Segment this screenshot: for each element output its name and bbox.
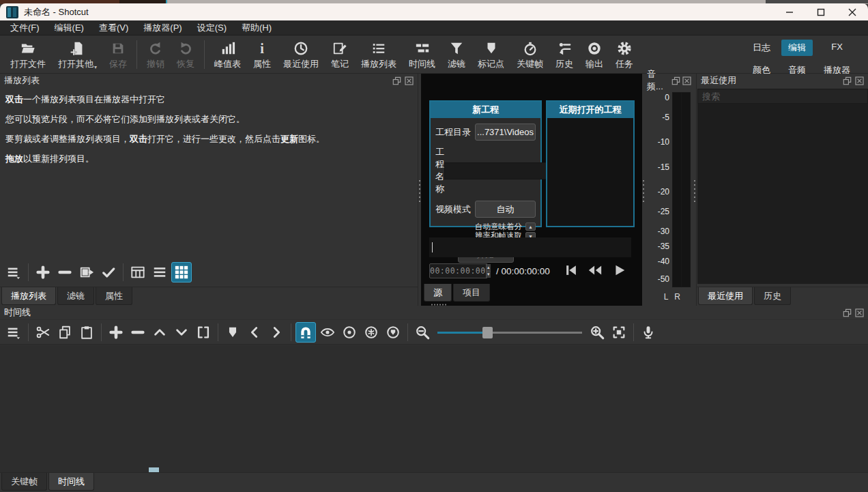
mic-button[interactable] bbox=[638, 322, 659, 343]
toolbar-file-plus-button[interactable]: 打开其他▾ bbox=[52, 38, 103, 72]
scroll-up-icon[interactable]: ▲ bbox=[525, 222, 536, 231]
float-icon[interactable] bbox=[843, 308, 852, 317]
close-icon[interactable] bbox=[855, 76, 864, 85]
layout-FX-button[interactable]: FX bbox=[817, 40, 857, 56]
timeline-zoom-slider[interactable] bbox=[437, 323, 582, 342]
playlist-tab[interactable]: 滤镜 bbox=[57, 287, 94, 305]
chevron-up-button[interactable] bbox=[149, 322, 170, 343]
recent-list[interactable] bbox=[697, 104, 868, 284]
menu-item[interactable]: 帮助(H) bbox=[234, 20, 279, 35]
play-button[interactable] bbox=[608, 261, 630, 279]
split-button[interactable] bbox=[193, 322, 214, 343]
timeline-track-area[interactable] bbox=[0, 345, 868, 472]
check-button[interactable] bbox=[98, 262, 119, 283]
close-icon[interactable] bbox=[855, 308, 864, 317]
menu-item[interactable]: 编辑(E) bbox=[47, 20, 91, 35]
search-input[interactable] bbox=[697, 89, 868, 104]
minus-button[interactable] bbox=[55, 262, 75, 283]
menu-button[interactable] bbox=[3, 322, 24, 343]
update-button[interactable] bbox=[76, 262, 97, 283]
playlist-icon bbox=[371, 40, 386, 57]
plus-button[interactable] bbox=[106, 322, 126, 343]
marker-small-icon bbox=[225, 325, 240, 340]
toolbar-filter-button[interactable]: 滤镜 bbox=[442, 38, 472, 72]
playlist-tab[interactable]: 属性 bbox=[96, 287, 132, 305]
plus-button[interactable] bbox=[33, 262, 53, 283]
float-icon[interactable] bbox=[843, 76, 852, 85]
toolbar-playlist-button[interactable]: 播放列表 bbox=[355, 38, 403, 72]
check-icon bbox=[101, 265, 116, 280]
toolbar-timeline-button[interactable]: 时间线 bbox=[403, 38, 442, 72]
chevron-right-button[interactable] bbox=[266, 322, 287, 343]
float-icon[interactable] bbox=[671, 76, 680, 85]
toolbar-marker-button[interactable]: 标记点 bbox=[472, 38, 510, 72]
minus-button[interactable] bbox=[128, 322, 148, 343]
eye-button[interactable] bbox=[317, 322, 338, 343]
playlist-tab[interactable]: 播放列表 bbox=[1, 287, 56, 305]
player-tab[interactable]: 项目 bbox=[453, 284, 490, 302]
layout-日志-button[interactable]: 日志 bbox=[746, 40, 777, 56]
timeline-toolbar bbox=[0, 320, 868, 345]
marker-small-button[interactable] bbox=[222, 322, 243, 343]
timeline-tab[interactable]: 时间线 bbox=[48, 473, 94, 491]
rewind-button[interactable] bbox=[584, 261, 606, 279]
player-scrubber[interactable] bbox=[429, 237, 631, 257]
toolbar-clock-button[interactable]: 最近使用 bbox=[277, 38, 325, 72]
chevron-left-button[interactable] bbox=[244, 322, 265, 343]
toolbar-peak-meter-button[interactable]: 峰值表 bbox=[208, 38, 247, 72]
zoom-in-button[interactable] bbox=[587, 322, 607, 343]
skip-start-button[interactable] bbox=[560, 261, 582, 279]
menu-item[interactable]: 设定(S) bbox=[190, 20, 234, 35]
minimize-button[interactable] bbox=[774, 3, 805, 20]
menu-item[interactable]: 播放器(P) bbox=[136, 20, 189, 35]
circle-asterisk-button[interactable] bbox=[361, 322, 381, 343]
timeline-scrollbar-fragment[interactable] bbox=[149, 467, 159, 472]
circle-shield-button[interactable] bbox=[383, 322, 403, 343]
layout-编辑-button[interactable]: 编辑 bbox=[781, 40, 813, 56]
view-list-button[interactable] bbox=[149, 262, 170, 283]
copy-button[interactable] bbox=[55, 322, 75, 343]
toolbar-gear-button[interactable]: 任务 bbox=[609, 38, 639, 72]
record-icon bbox=[587, 40, 602, 57]
close-icon[interactable] bbox=[682, 76, 691, 85]
float-icon[interactable] bbox=[392, 76, 401, 85]
view-grid-button[interactable] bbox=[171, 262, 192, 283]
toolbar-stopwatch-button[interactable]: 关键帧 bbox=[510, 38, 549, 72]
toolbar-record-button[interactable]: 输出 bbox=[579, 38, 609, 72]
menu-item[interactable]: 文件(F) bbox=[3, 20, 47, 35]
timecode-up-icon[interactable]: ▲ bbox=[487, 264, 491, 272]
timecode-value[interactable]: 00:00:00:00 bbox=[430, 264, 486, 278]
toolbar-folder-open-button[interactable]: 打开文件 bbox=[4, 38, 52, 72]
circle-dot-button[interactable] bbox=[339, 322, 360, 343]
zoom-out-button[interactable] bbox=[412, 322, 433, 343]
zoom-fit-button[interactable] bbox=[609, 322, 629, 343]
paste-icon bbox=[79, 325, 94, 340]
video-mode-button[interactable]: 自动 bbox=[475, 201, 536, 218]
view-detail-button[interactable] bbox=[128, 262, 148, 283]
menu-button[interactable] bbox=[3, 262, 24, 283]
toolbar-notes-button[interactable]: 笔记 bbox=[325, 38, 355, 72]
toolbar-info-button[interactable]: i属性 bbox=[247, 38, 277, 72]
magnet-button[interactable] bbox=[295, 322, 316, 343]
paste-button[interactable] bbox=[76, 322, 97, 343]
menu-item[interactable]: 查看(V) bbox=[91, 20, 136, 35]
close-button[interactable] bbox=[837, 3, 868, 20]
recent-tab[interactable]: 最近使用 bbox=[698, 287, 753, 305]
player-tab[interactable]: 源 bbox=[424, 284, 452, 302]
cut-button[interactable] bbox=[33, 322, 53, 343]
slider-handle[interactable] bbox=[482, 327, 493, 338]
channel-label: R bbox=[674, 292, 680, 302]
recent-tab[interactable]: 历史 bbox=[754, 287, 791, 305]
chevron-up-icon bbox=[152, 325, 167, 340]
timecode-down-icon[interactable]: ▼ bbox=[487, 272, 491, 278]
toolbar-separator bbox=[218, 323, 218, 341]
new-project-title: 新工程 bbox=[431, 102, 540, 118]
timeline-tab[interactable]: 关键帧 bbox=[1, 473, 47, 491]
project-folder-button[interactable]: ...7371\Videos bbox=[475, 124, 536, 141]
view-grid-icon bbox=[174, 265, 189, 280]
toolbar-history-button[interactable]: 历史 bbox=[549, 38, 579, 72]
maximize-button[interactable] bbox=[805, 3, 837, 20]
chevron-down-button[interactable] bbox=[171, 322, 192, 343]
close-icon[interactable] bbox=[405, 76, 414, 85]
timecode-spinner[interactable]: 00:00:00:00 ▲ ▼ bbox=[429, 263, 488, 278]
